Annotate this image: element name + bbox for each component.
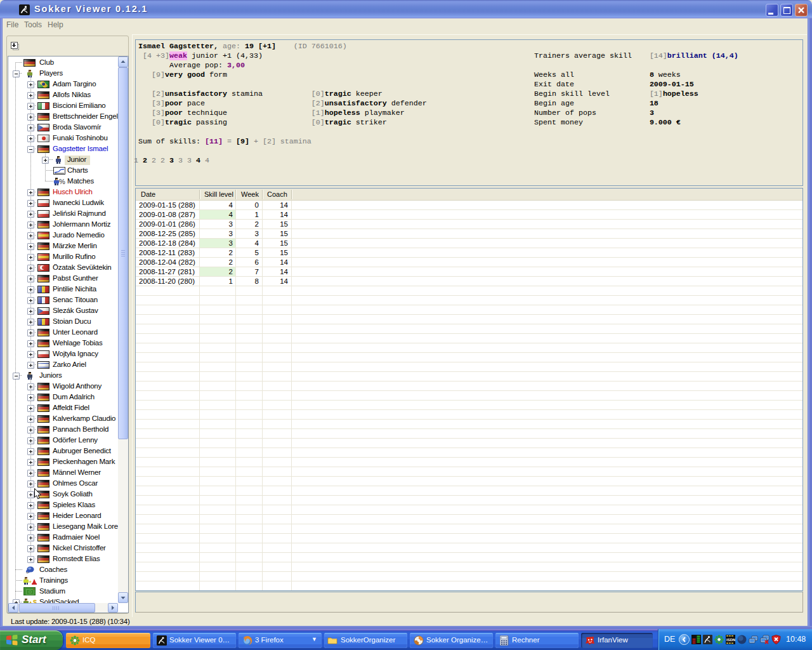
svg-text:ISDN: ISDN — [726, 638, 735, 642]
